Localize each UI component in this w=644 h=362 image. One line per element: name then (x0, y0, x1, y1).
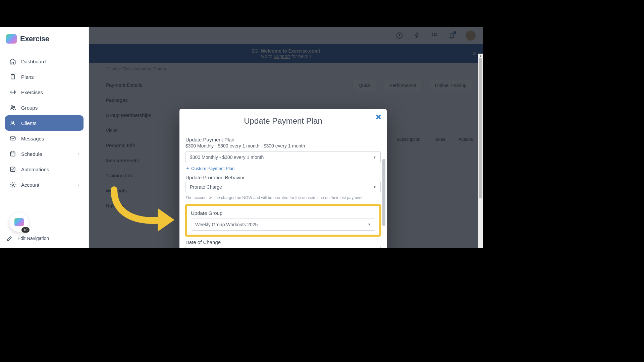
svg-point-2 (11, 106, 13, 107)
group-label: Update Group (191, 210, 375, 216)
proration-label: Update Proration Behavior (185, 175, 381, 180)
modal-header: Update Payment Plan ✖ (179, 109, 387, 132)
chevron-down-icon: ▼ (373, 185, 376, 189)
gear-icon (9, 181, 16, 188)
svg-rect-7 (10, 167, 15, 171)
edit-nav-label: Edit Navigation (17, 236, 49, 241)
date-label: Date of Change (185, 239, 381, 245)
sidebar-item-schedule[interactable]: Schedule › (5, 146, 84, 162)
group-select-value: Weekly Group Workouts 2025 (195, 222, 258, 227)
nav-label: Exercises (21, 89, 43, 95)
sidebar-item-plans[interactable]: Plans (5, 69, 84, 84)
custom-link-label: Custom Payment Plan (191, 166, 234, 171)
chevron-right-icon: › (78, 152, 79, 156)
plan-description: $300 Monthly - $300 every 1 month - $300… (185, 143, 381, 148)
edit-navigation-link[interactable]: Edit Navigation (6, 235, 83, 242)
svg-point-3 (13, 106, 15, 108)
user-icon (9, 119, 16, 127)
nav-label: Account (21, 182, 39, 188)
letterbox (0, 248, 644, 362)
proration-select[interactable]: Prorate Charge ▼ (185, 181, 381, 193)
group-select[interactable]: Weekly Group Workouts 2025 ▼ (191, 219, 375, 231)
sidebar-item-dashboard[interactable]: Dashboard (5, 54, 84, 69)
nav-label: Schedule (21, 151, 42, 157)
svg-rect-5 (10, 137, 15, 140)
scroll-up-icon: ▲ (479, 54, 482, 57)
mail-icon (9, 135, 16, 142)
nav-label: Clients (21, 120, 37, 126)
clipboard-icon (9, 73, 16, 80)
plan-select[interactable]: $300 Monthly - $300 every 1 month ▼ (185, 151, 381, 163)
plan-label: Update Payment Plan (185, 137, 381, 142)
sidebar-item-account[interactable]: Account › (5, 177, 84, 192)
users-icon (9, 104, 16, 111)
sidebar-item-groups[interactable]: Groups (5, 100, 84, 115)
svg-rect-6 (10, 152, 15, 156)
update-group-highlight: Update Group Weekly Group Workouts 2025 … (185, 204, 381, 237)
proration-help-text: The account will be charged on NOW and w… (185, 195, 381, 201)
bubble-count-badge: 16 (21, 227, 30, 233)
scrollbar-thumb[interactable] (479, 58, 482, 198)
check-square-icon (9, 166, 16, 173)
chevron-right-icon: › (78, 182, 79, 187)
chevron-down-icon: ▼ (368, 223, 371, 226)
sidebar-item-automations[interactable]: Automations (5, 162, 84, 177)
svg-point-4 (12, 121, 14, 123)
sidebar-nav: Dashboard Plans Exercises Groups Clients… (0, 51, 89, 195)
sidebar-item-exercises[interactable]: Exercises (5, 84, 84, 100)
help-bubble[interactable]: 16 (9, 213, 29, 232)
chevron-down-icon: ▼ (373, 156, 376, 159)
sidebar: Exercise Dashboard Plans Exercises Group… (0, 27, 89, 248)
proration-select-value: Prorate Charge (190, 184, 222, 190)
svg-point-8 (12, 184, 14, 186)
nav-label: Messages (21, 136, 44, 141)
modal-title: Update Payment Plan (186, 116, 380, 126)
brand-mark-icon (6, 34, 17, 44)
brand-name: Exercise (20, 35, 49, 43)
edit-icon (6, 235, 13, 242)
nav-label: Groups (21, 105, 38, 111)
nav-label: Automations (21, 167, 49, 172)
brand-mark-icon (14, 218, 24, 226)
close-icon[interactable]: ✖ (375, 113, 381, 122)
home-icon (9, 58, 16, 65)
nav-label: Dashboard (21, 59, 46, 64)
calendar-icon (9, 150, 16, 158)
custom-payment-plan-link[interactable]: ＋ Custom Payment Plan (185, 165, 381, 171)
nav-label: Plans (21, 74, 34, 80)
plan-select-value: $300 Monthly - $300 every 1 month (190, 155, 264, 160)
window-scrollbar[interactable]: ▲ ▼ (478, 54, 483, 275)
app-viewport: Exercise Dashboard Plans Exercises Group… (0, 27, 483, 248)
sidebar-item-clients[interactable]: Clients (5, 115, 84, 131)
plus-icon: ＋ (185, 165, 190, 171)
modal-scrollbar[interactable] (382, 159, 385, 226)
brand-logo: Exercise (0, 27, 89, 51)
modal-body: Update Payment Plan $300 Monthly - $300 … (179, 132, 387, 260)
sidebar-item-messages[interactable]: Messages (5, 131, 84, 146)
dumbbell-icon (9, 88, 16, 96)
